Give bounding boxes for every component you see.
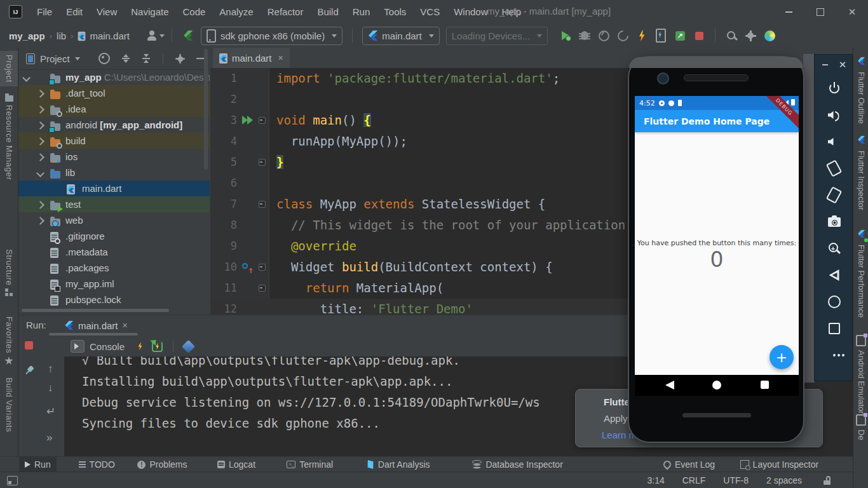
fold-marker-icon[interactable]: [259, 264, 266, 271]
search-everywhere-button[interactable]: [722, 27, 741, 44]
chevron-expanded-icon[interactable]: [22, 74, 31, 82]
tree-row-test[interactable]: test: [18, 196, 210, 212]
run-button[interactable]: [556, 27, 575, 44]
run-line-icon[interactable]: [242, 115, 254, 125]
caret-position[interactable]: 3:14: [647, 475, 664, 485]
breadcrumb-item-main.dart[interactable]: main.dart: [90, 30, 130, 41]
project-panel-title[interactable]: Project: [40, 53, 70, 64]
tree-row-web[interactable]: web: [18, 212, 210, 228]
maximize-button[interactable]: [804, 0, 836, 24]
chevron-collapsed-icon[interactable]: [36, 217, 44, 225]
sidebar-item-structure[interactable]: Structure: [0, 249, 18, 296]
tree-row-my_app.iml[interactable]: my_app.iml: [18, 276, 210, 292]
toolwindow-todo[interactable]: TODO: [73, 457, 121, 472]
sidebar-item-favorites[interactable]: Favorites: [0, 316, 18, 365]
devtools-button[interactable]: [760, 27, 779, 44]
menu-navigate[interactable]: Navigate: [124, 6, 175, 17]
vcs-user-button[interactable]: [146, 27, 165, 44]
power-button[interactable]: [815, 78, 853, 99]
chevron-collapsed-icon[interactable]: [36, 201, 44, 209]
chevron-collapsed-icon[interactable]: [36, 153, 44, 161]
soft-wrap-icon[interactable]: ↵: [46, 405, 55, 418]
device-selector[interactable]: sdk gphone x86 (mobile): [201, 27, 342, 45]
devices-loading-selector[interactable]: Loading Devices...: [446, 27, 548, 45]
overview-button[interactable]: [815, 318, 853, 339]
settings-button[interactable]: [741, 27, 760, 44]
hot-reload-icon[interactable]: [137, 342, 143, 351]
tab-flutter-outline[interactable]: Flutter Outline: [853, 56, 868, 124]
emulator-minimize-button[interactable]: [817, 58, 832, 71]
sidebar-item-build-variants[interactable]: Build Variants: [0, 377, 18, 432]
toolwindow-run[interactable]: Run: [19, 457, 57, 472]
tree-row-pubspec.lock[interactable]: pubspec.lock: [18, 292, 210, 308]
override-icon[interactable]: [242, 261, 255, 273]
pin-icon[interactable]: [23, 363, 36, 376]
overview-button[interactable]: [761, 381, 769, 389]
stop-icon[interactable]: [25, 341, 33, 349]
editor-tab-main-dart[interactable]: main.dart ×: [213, 48, 290, 68]
tree-row-ios[interactable]: ios: [18, 149, 210, 165]
rotate-right-button[interactable]: [815, 184, 853, 206]
expand-all-button[interactable]: [121, 54, 130, 63]
tree-row-.metadata[interactable]: .metadata: [18, 244, 210, 260]
stop-button[interactable]: [689, 27, 709, 44]
debug-button[interactable]: [575, 27, 594, 44]
file-encoding[interactable]: UTF-8: [723, 475, 749, 485]
tree-row-main.dart[interactable]: main.dart: [18, 180, 210, 196]
chevron-collapsed-icon[interactable]: [36, 105, 44, 114]
profile-button[interactable]: [594, 27, 613, 44]
menu-build[interactable]: Build: [310, 6, 345, 17]
coverage-button[interactable]: [613, 27, 632, 44]
tool-window-toggle-icon[interactable]: [7, 476, 18, 485]
volume-down-button[interactable]: [815, 131, 853, 152]
tree-row-.idea[interactable]: .idea: [18, 101, 210, 117]
hot-reload-button[interactable]: [632, 27, 651, 44]
devtools-icon[interactable]: [182, 339, 195, 353]
menu-file[interactable]: File: [30, 6, 59, 17]
sidebar-item-project[interactable]: Project: [0, 51, 18, 86]
run-tab-main-dart[interactable]: main.dart ×: [58, 316, 134, 334]
fold-marker-icon[interactable]: [259, 159, 266, 166]
zoom-button[interactable]: +: [815, 238, 853, 259]
tree-row-my_app[interactable]: my_app C:\Users\Leonardo\Deskt: [18, 69, 210, 85]
lock-icon[interactable]: [824, 476, 831, 485]
tab-flutter-performance[interactable]: Flutter Performance: [853, 229, 868, 318]
volume-up-button[interactable]: [815, 104, 853, 126]
more-button[interactable]: [815, 344, 853, 366]
menu-view[interactable]: View: [90, 6, 124, 17]
menu-tools[interactable]: Tools: [377, 6, 413, 17]
chevron-collapsed-icon[interactable]: [36, 137, 44, 146]
tab-android-emulator[interactable]: Android Emulator: [853, 335, 868, 414]
fold-marker-icon[interactable]: [259, 201, 266, 208]
tree-row-.gitignore[interactable]: .gitignore: [18, 228, 210, 244]
flutter-action-button[interactable]: [179, 27, 198, 44]
menu-vcs[interactable]: VCS: [413, 6, 447, 17]
home-button[interactable]: [815, 291, 853, 313]
menu-code[interactable]: Code: [175, 6, 212, 17]
menu-refactor[interactable]: Refactor: [261, 6, 311, 17]
menu-run[interactable]: Run: [346, 6, 377, 17]
tab-de[interactable]: De: [853, 414, 868, 440]
attach-debugger-button[interactable]: ↗: [670, 27, 689, 44]
rotate-left-button[interactable]: [815, 158, 853, 179]
statusbar-layout-inspector[interactable]: Layout Inspector: [735, 457, 825, 472]
line-separator[interactable]: CRLF: [682, 475, 706, 485]
menu-edit[interactable]: Edit: [59, 6, 90, 17]
indent-setting[interactable]: 2 spaces: [766, 475, 802, 485]
home-button[interactable]: [712, 381, 721, 390]
up-arrow-icon[interactable]: ↑: [48, 363, 53, 376]
fab-button[interactable]: +: [770, 345, 794, 369]
tree-row-lib[interactable]: lib: [18, 165, 210, 180]
toolwindow-logcat[interactable]: Logcat: [212, 457, 261, 472]
close-tab-icon[interactable]: ×: [278, 53, 283, 63]
hide-panel-button[interactable]: [196, 58, 204, 59]
fold-marker-icon[interactable]: [259, 285, 266, 292]
horizontal-scrollbar[interactable]: [22, 309, 169, 312]
close-button[interactable]: ✕: [836, 0, 868, 24]
toolwindow-database-inspector[interactable]: Database Inspector: [466, 457, 568, 472]
tree-row-build[interactable]: build: [18, 133, 210, 149]
hot-restart-icon[interactable]: [152, 341, 163, 352]
menu-analyze[interactable]: Analyze: [212, 6, 260, 17]
back-button[interactable]: [815, 264, 853, 286]
sidebar-item-resource-manager[interactable]: Resource Manager: [0, 95, 18, 180]
